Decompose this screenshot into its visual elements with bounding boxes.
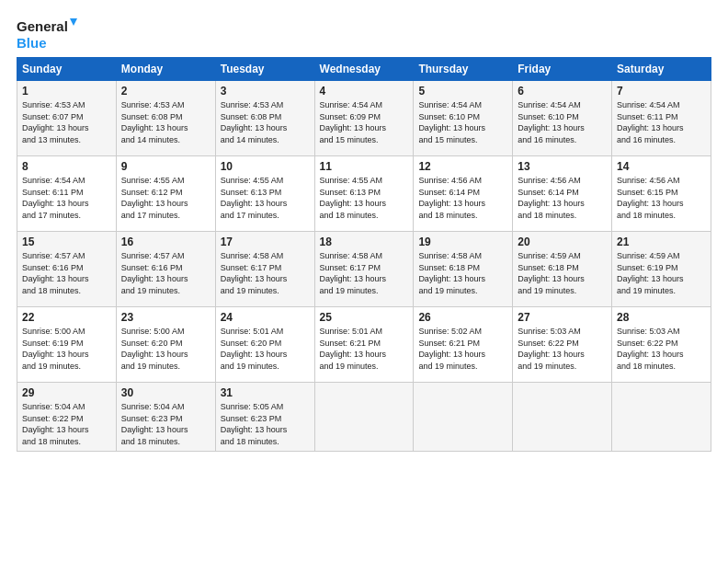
day-info: Sunrise: 4:55 AM Sunset: 6:13 PM Dayligh… xyxy=(221,175,310,221)
day-info: Sunrise: 5:05 AM Sunset: 6:23 PM Dayligh… xyxy=(221,401,310,447)
day-number: 4 xyxy=(320,85,409,98)
calendar-cell: 3Sunrise: 4:53 AM Sunset: 6:08 PM Daylig… xyxy=(215,81,314,156)
calendar-cell: 25Sunrise: 5:01 AM Sunset: 6:21 PM Dayli… xyxy=(314,307,414,383)
calendar-cell: 5Sunrise: 4:54 AM Sunset: 6:10 PM Daylig… xyxy=(414,81,513,156)
day-info: Sunrise: 4:53 AM Sunset: 6:08 PM Dayligh… xyxy=(121,99,210,145)
day-number: 9 xyxy=(121,160,210,173)
day-info: Sunrise: 5:02 AM Sunset: 6:21 PM Dayligh… xyxy=(418,326,507,372)
header: General Blue xyxy=(17,17,711,52)
day-info: Sunrise: 4:53 AM Sunset: 6:07 PM Dayligh… xyxy=(22,99,111,145)
calendar-cell: 2Sunrise: 4:53 AM Sunset: 6:08 PM Daylig… xyxy=(116,81,215,156)
day-info: Sunrise: 4:55 AM Sunset: 6:13 PM Dayligh… xyxy=(320,175,409,221)
calendar-cell: 22Sunrise: 5:00 AM Sunset: 6:19 PM Dayli… xyxy=(17,307,117,383)
calendar-cell: 12Sunrise: 4:56 AM Sunset: 6:14 PM Dayli… xyxy=(414,156,513,232)
day-number: 2 xyxy=(121,85,210,98)
day-info: Sunrise: 5:04 AM Sunset: 6:22 PM Dayligh… xyxy=(22,401,111,447)
calendar-week-row: 15Sunrise: 4:57 AM Sunset: 6:16 PM Dayli… xyxy=(17,232,711,307)
calendar-cell: 16Sunrise: 4:57 AM Sunset: 6:16 PM Dayli… xyxy=(116,232,215,307)
calendar-cell: 6Sunrise: 4:54 AM Sunset: 6:10 PM Daylig… xyxy=(513,81,612,156)
svg-text:Blue: Blue xyxy=(17,35,47,51)
day-number: 18 xyxy=(320,236,409,248)
calendar-table: SundayMondayTuesdayWednesdayThursdayFrid… xyxy=(17,57,711,452)
calendar-cell: 14Sunrise: 4:56 AM Sunset: 6:15 PM Dayli… xyxy=(612,156,711,232)
day-number: 11 xyxy=(320,160,409,173)
svg-marker-1 xyxy=(70,18,77,26)
day-number: 12 xyxy=(418,160,507,173)
calendar-cell: 30Sunrise: 5:04 AM Sunset: 6:23 PM Dayli… xyxy=(116,383,215,452)
day-info: Sunrise: 4:53 AM Sunset: 6:08 PM Dayligh… xyxy=(221,99,310,145)
day-number: 14 xyxy=(617,160,706,173)
day-number: 6 xyxy=(518,85,607,98)
day-number: 27 xyxy=(518,311,607,324)
day-number: 15 xyxy=(22,236,111,248)
day-number: 21 xyxy=(617,236,706,248)
day-info: Sunrise: 4:54 AM Sunset: 6:10 PM Dayligh… xyxy=(518,99,607,145)
day-info: Sunrise: 5:01 AM Sunset: 6:20 PM Dayligh… xyxy=(221,326,310,372)
day-number: 16 xyxy=(121,236,210,248)
day-number: 23 xyxy=(121,311,210,324)
day-info: Sunrise: 4:55 AM Sunset: 6:12 PM Dayligh… xyxy=(121,175,210,221)
calendar-cell: 19Sunrise: 4:58 AM Sunset: 6:18 PM Dayli… xyxy=(414,232,513,307)
calendar-header-row: SundayMondayTuesdayWednesdayThursdayFrid… xyxy=(17,58,711,81)
day-number: 25 xyxy=(320,311,409,324)
calendar-cell: 29Sunrise: 5:04 AM Sunset: 6:22 PM Dayli… xyxy=(17,383,117,452)
calendar-cell: 17Sunrise: 4:58 AM Sunset: 6:17 PM Dayli… xyxy=(215,232,314,307)
logo-svg: General Blue xyxy=(17,17,81,52)
day-info: Sunrise: 4:57 AM Sunset: 6:16 PM Dayligh… xyxy=(121,250,210,296)
calendar-cell: 18Sunrise: 4:58 AM Sunset: 6:17 PM Dayli… xyxy=(314,232,414,307)
day-info: Sunrise: 4:59 AM Sunset: 6:18 PM Dayligh… xyxy=(518,250,607,296)
weekday-header: Saturday xyxy=(612,58,711,81)
calendar-cell: 24Sunrise: 5:01 AM Sunset: 6:20 PM Dayli… xyxy=(215,307,314,383)
day-info: Sunrise: 4:56 AM Sunset: 6:14 PM Dayligh… xyxy=(518,175,607,221)
weekday-header: Wednesday xyxy=(314,58,414,81)
day-number: 28 xyxy=(617,311,706,324)
calendar-cell: 7Sunrise: 4:54 AM Sunset: 6:11 PM Daylig… xyxy=(612,81,711,156)
day-info: Sunrise: 5:04 AM Sunset: 6:23 PM Dayligh… xyxy=(121,401,210,447)
weekday-header: Monday xyxy=(116,58,215,81)
day-number: 26 xyxy=(418,311,507,324)
day-info: Sunrise: 4:58 AM Sunset: 6:17 PM Dayligh… xyxy=(221,250,310,296)
day-info: Sunrise: 4:54 AM Sunset: 6:11 PM Dayligh… xyxy=(22,175,111,221)
calendar-cell: 8Sunrise: 4:54 AM Sunset: 6:11 PM Daylig… xyxy=(17,156,117,232)
calendar-cell: 13Sunrise: 4:56 AM Sunset: 6:14 PM Dayli… xyxy=(513,156,612,232)
day-number: 31 xyxy=(221,386,310,399)
calendar-cell xyxy=(414,383,513,452)
calendar-cell: 26Sunrise: 5:02 AM Sunset: 6:21 PM Dayli… xyxy=(414,307,513,383)
calendar-week-row: 29Sunrise: 5:04 AM Sunset: 6:22 PM Dayli… xyxy=(17,383,711,452)
weekday-header: Tuesday xyxy=(215,58,314,81)
calendar-cell: 31Sunrise: 5:05 AM Sunset: 6:23 PM Dayli… xyxy=(215,383,314,452)
day-info: Sunrise: 5:00 AM Sunset: 6:20 PM Dayligh… xyxy=(121,326,210,372)
day-info: Sunrise: 4:57 AM Sunset: 6:16 PM Dayligh… xyxy=(22,250,111,296)
calendar-cell: 4Sunrise: 4:54 AM Sunset: 6:09 PM Daylig… xyxy=(314,81,414,156)
calendar-cell: 15Sunrise: 4:57 AM Sunset: 6:16 PM Dayli… xyxy=(17,232,117,307)
day-info: Sunrise: 5:00 AM Sunset: 6:19 PM Dayligh… xyxy=(22,326,111,372)
weekday-header: Friday xyxy=(513,58,612,81)
day-number: 10 xyxy=(221,160,310,173)
day-number: 3 xyxy=(221,85,310,98)
day-info: Sunrise: 4:56 AM Sunset: 6:14 PM Dayligh… xyxy=(418,175,507,221)
day-number: 19 xyxy=(418,236,507,248)
calendar-cell xyxy=(612,383,711,452)
day-info: Sunrise: 4:56 AM Sunset: 6:15 PM Dayligh… xyxy=(617,175,706,221)
day-info: Sunrise: 5:01 AM Sunset: 6:21 PM Dayligh… xyxy=(320,326,409,372)
day-info: Sunrise: 4:54 AM Sunset: 6:11 PM Dayligh… xyxy=(617,99,706,145)
calendar-cell: 11Sunrise: 4:55 AM Sunset: 6:13 PM Dayli… xyxy=(314,156,414,232)
calendar-week-row: 8Sunrise: 4:54 AM Sunset: 6:11 PM Daylig… xyxy=(17,156,711,232)
day-number: 20 xyxy=(518,236,607,248)
day-info: Sunrise: 4:54 AM Sunset: 6:09 PM Dayligh… xyxy=(320,99,409,145)
day-number: 30 xyxy=(121,386,210,399)
day-info: Sunrise: 4:58 AM Sunset: 6:18 PM Dayligh… xyxy=(418,250,507,296)
calendar-cell xyxy=(513,383,612,452)
day-number: 1 xyxy=(22,85,111,98)
calendar-week-row: 1Sunrise: 4:53 AM Sunset: 6:07 PM Daylig… xyxy=(17,81,711,156)
day-info: Sunrise: 4:54 AM Sunset: 6:10 PM Dayligh… xyxy=(418,99,507,145)
calendar-body: 1Sunrise: 4:53 AM Sunset: 6:07 PM Daylig… xyxy=(17,81,711,452)
calendar-cell: 23Sunrise: 5:00 AM Sunset: 6:20 PM Dayli… xyxy=(116,307,215,383)
calendar-cell: 21Sunrise: 4:59 AM Sunset: 6:19 PM Dayli… xyxy=(612,232,711,307)
page: General Blue SundayMondayTuesdayWednesda… xyxy=(0,0,728,563)
day-number: 5 xyxy=(418,85,507,98)
weekday-header: Sunday xyxy=(17,58,117,81)
day-number: 17 xyxy=(221,236,310,248)
calendar-cell: 9Sunrise: 4:55 AM Sunset: 6:12 PM Daylig… xyxy=(116,156,215,232)
calendar-cell: 20Sunrise: 4:59 AM Sunset: 6:18 PM Dayli… xyxy=(513,232,612,307)
